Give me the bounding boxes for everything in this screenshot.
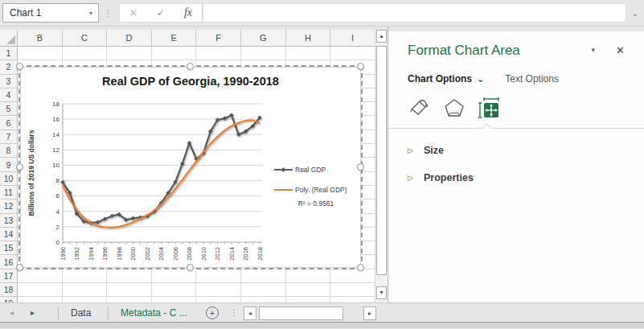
vertical-scrollbar-thumb[interactable]: [376, 46, 387, 275]
format-chart-area-pane: Format Chart Area ▾ ✕ Chart Options⌄ Tex…: [388, 31, 644, 302]
row-header-8[interactable]: 8: [0, 144, 18, 158]
svg-text:1998: 1998: [116, 247, 123, 261]
scroll-down-icon[interactable]: ▼: [376, 286, 387, 299]
fill-line-icon[interactable]: [408, 96, 432, 120]
chevron-down-icon: ⌄: [477, 74, 484, 84]
excel-window: Chart 1 ▾ ⋮ ✕ ✓ fx ⌄ BCDEFGHI 1234567891…: [0, 0, 644, 329]
svg-text:2012: 2012: [214, 247, 221, 261]
column-header-C[interactable]: C: [63, 30, 108, 47]
horizontal-scrollbar-thumb[interactable]: [259, 306, 343, 320]
svg-text:14: 14: [52, 131, 59, 138]
hscroll-right-icon[interactable]: ▸: [363, 306, 376, 320]
formula-bar-buttons: ✕ ✓ fx: [119, 3, 203, 23]
row-header-3[interactable]: 3: [0, 75, 18, 88]
svg-text:0: 0: [56, 239, 60, 246]
expand-triangle-icon[interactable]: ▷: [408, 146, 424, 154]
row-header-16[interactable]: 16: [0, 255, 18, 269]
column-header-H[interactable]: H: [286, 30, 331, 47]
svg-text:2: 2: [56, 224, 60, 231]
row-header-1[interactable]: 1: [0, 47, 18, 60]
row-header-10[interactable]: 10: [0, 172, 18, 186]
tab-chart-options[interactable]: Chart Options⌄: [408, 73, 484, 84]
gdp-chart-svg: 0246810121416181990199219941996199820002…: [21, 68, 362, 269]
row-header-4[interactable]: 4: [0, 88, 18, 102]
svg-text:2008: 2008: [186, 247, 193, 261]
svg-text:Poly. (Real GDP): Poly. (Real GDP): [295, 186, 347, 194]
svg-text:2010: 2010: [200, 247, 207, 261]
effects-icon[interactable]: [442, 96, 466, 120]
expand-formula-bar-icon[interactable]: ⌄: [626, 9, 644, 18]
series-real-gdp: [60, 113, 262, 225]
row-header-14[interactable]: 14: [0, 228, 18, 241]
resize-handle[interactable]: [357, 63, 364, 70]
svg-text:2018: 2018: [256, 247, 264, 261]
row-header-7[interactable]: 7: [0, 130, 18, 144]
column-header-F[interactable]: F: [196, 30, 241, 47]
pane-close-icon[interactable]: ✕: [616, 43, 630, 56]
row-header-18[interactable]: 18: [0, 283, 18, 297]
resize-handle[interactable]: [16, 63, 23, 70]
select-all-button[interactable]: [0, 30, 18, 47]
resize-handle[interactable]: [16, 264, 23, 271]
vertical-scrollbar[interactable]: ▲ ▼: [375, 30, 388, 302]
r-squared-annotation: R² = 0.9561: [298, 199, 334, 208]
svg-text:12: 12: [52, 146, 59, 154]
formula-bar-row: Chart 1 ▾ ⋮ ✕ ✓ fx ⌄: [0, 0, 644, 27]
resize-handle[interactable]: [16, 163, 23, 171]
svg-text:1990: 1990: [59, 247, 67, 261]
row-header-13[interactable]: 13: [0, 214, 18, 228]
sheet-tab-metadata[interactable]: Metadata - C ...: [113, 303, 195, 322]
sheet-tab-data[interactable]: Data: [63, 303, 99, 322]
section-size[interactable]: ▷ Size: [408, 145, 630, 156]
row-header-2[interactable]: 2: [0, 60, 18, 74]
column-header-I[interactable]: I: [330, 30, 375, 47]
x-axis-labels: 1990199219941996199820002002200420062008…: [59, 247, 264, 261]
section-properties[interactable]: ▷ Properties: [408, 172, 630, 183]
formula-input[interactable]: [203, 3, 626, 23]
svg-text:4: 4: [56, 208, 60, 216]
svg-text:2002: 2002: [144, 247, 151, 261]
column-header-B[interactable]: B: [18, 30, 63, 47]
new-sheet-icon[interactable]: +: [206, 306, 219, 319]
pane-title: Format Chart Area: [408, 43, 592, 59]
svg-text:10: 10: [52, 162, 59, 169]
pane-divider: [388, 128, 644, 129]
expand-triangle-icon[interactable]: ▷: [408, 174, 424, 182]
pane-options-caret-icon[interactable]: ▾: [592, 43, 617, 54]
insert-function-icon[interactable]: fx: [174, 6, 202, 19]
sheet-nav-forward-icon[interactable]: ▸: [31, 303, 35, 322]
svg-text:1994: 1994: [88, 247, 95, 261]
svg-text:2016: 2016: [242, 247, 249, 261]
tab-text-options[interactable]: Text Options: [505, 73, 559, 84]
formula-bar-drag-dots-icon: ⋮: [99, 9, 119, 17]
name-box-dropdown-icon[interactable]: ▾: [84, 10, 98, 17]
row-header-6[interactable]: 6: [0, 116, 18, 130]
sheet-nav-back-icon[interactable]: ◂: [10, 303, 14, 322]
row-header-5[interactable]: 5: [0, 102, 18, 116]
column-header-D[interactable]: D: [107, 30, 152, 47]
resize-handle[interactable]: [357, 163, 364, 171]
tab-bar-dots-icon: ⋮: [230, 303, 238, 322]
column-header-G[interactable]: G: [241, 30, 286, 47]
enter-icon[interactable]: ✓: [147, 7, 174, 19]
hscroll-left-icon[interactable]: ◂: [244, 306, 256, 320]
resize-handle[interactable]: [187, 63, 194, 70]
svg-text:2000: 2000: [129, 247, 137, 261]
row-header-17[interactable]: 17: [0, 269, 18, 283]
name-box[interactable]: Chart 1 ▾: [2, 3, 99, 23]
svg-text:1992: 1992: [73, 247, 80, 261]
row-header-15[interactable]: 15: [0, 241, 18, 255]
name-box-value[interactable]: Chart 1: [3, 7, 84, 19]
row-headers: 12345678910111213141516171819: [0, 47, 18, 302]
resize-handle[interactable]: [187, 264, 194, 271]
row-header-11[interactable]: 11: [0, 186, 18, 199]
size-properties-icon[interactable]: [477, 96, 501, 120]
cancel-icon[interactable]: ✕: [120, 7, 147, 19]
row-header-12[interactable]: 12: [0, 199, 18, 213]
row-header-9[interactable]: 9: [0, 158, 18, 171]
scroll-up-icon[interactable]: ▲: [376, 30, 387, 43]
chart-object[interactable]: Real GDP of Georgia, 1990-2018 024681012…: [20, 67, 361, 268]
column-header-E[interactable]: E: [152, 30, 197, 47]
resize-handle[interactable]: [357, 264, 364, 271]
y-axis-title: Billions of 2019 US dollars: [27, 130, 35, 216]
